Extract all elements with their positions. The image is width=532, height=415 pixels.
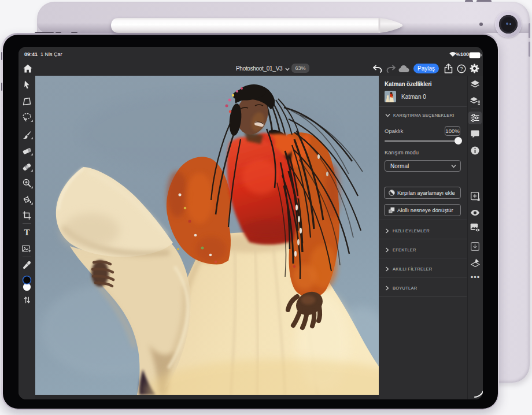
svg-text:?: ? [460,65,463,72]
